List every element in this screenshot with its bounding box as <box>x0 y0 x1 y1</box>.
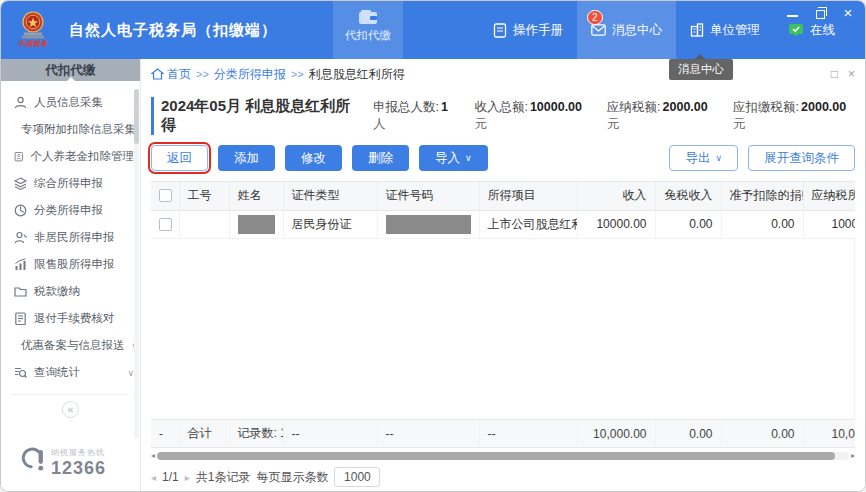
sidebar-item-label: 分类所得申报 <box>34 203 103 218</box>
breadcrumb-home[interactable]: 首页 <box>167 66 191 83</box>
sidebar-item-comprehensive-income[interactable]: 综合所得申报 <box>1 170 140 197</box>
panel-maximize-icon[interactable]: □ <box>831 67 838 81</box>
restore-button[interactable] <box>813 6 827 20</box>
breadcrumb-separator: >> <box>291 68 304 80</box>
col-header-tax-free-income: 免税收入 <box>655 182 721 210</box>
cell-taxable-income: 10000.00 <box>803 210 855 238</box>
per-page-label: 每页显示条数 <box>256 469 328 486</box>
total-records: 共1条记录 <box>196 469 251 486</box>
chevron-down-icon: ∨ <box>465 153 472 163</box>
menu-item-label: 操作手册 <box>513 22 563 39</box>
main-panel: 消息中心 首页 >> 分类所得申报 >> 利息股息红利所得 □ × 2024年0… <box>141 59 865 492</box>
summary-income-total: 10,000.00 <box>577 420 655 448</box>
pagination: ◂ 1/1 ▸ 共1条记录 每页显示条数 <box>151 461 855 492</box>
summary-row: - 合计 记录数: 1 -- -- -- 10,000.00 0.00 0.00… <box>151 419 855 448</box>
window-controls: × <box>785 6 855 20</box>
receipt-icon <box>14 312 27 325</box>
manual-icon <box>493 23 507 38</box>
summary-total-label: 合计 <box>179 420 229 448</box>
data-grid: 工号 姓名 证件类型 证件号码 所得项目 收入 免税收入 准予扣除的捐赠额 应纳… <box>151 181 855 492</box>
tab-daikou-daijiao[interactable]: 代扣代缴 <box>333 1 403 59</box>
add-button[interactable]: 添加 <box>218 145 275 171</box>
chevron-down-icon: ∨ <box>127 368 134 378</box>
wallet-icon <box>358 9 378 25</box>
per-page-input[interactable] <box>334 467 380 487</box>
sidebar-item-label: 综合所得申报 <box>34 176 103 191</box>
import-button[interactable]: 导入∨ <box>419 145 488 171</box>
row-checkbox[interactable] <box>159 218 172 231</box>
sidebar-collapse-button[interactable]: « <box>62 401 79 418</box>
logo-script-text: 中国税务 <box>18 39 48 49</box>
cell-income: 10000.00 <box>577 210 655 238</box>
scroll-right-icon[interactable]: ▸ <box>851 452 855 460</box>
next-page-icon[interactable]: ▸ <box>185 472 190 483</box>
breadcrumb-separator: >> <box>196 68 209 80</box>
scrollbar-thumb[interactable] <box>157 452 835 460</box>
sidebar-item-personnel-info[interactable]: 人员信息采集 <box>1 89 140 116</box>
select-all-checkbox[interactable] <box>159 189 172 202</box>
sidebar-item-classified-income[interactable]: 分类所得申报 <box>1 197 140 224</box>
income-table: 工号 姓名 证件类型 证件号码 所得项目 收入 免税收入 准予扣除的捐赠额 应纳… <box>151 182 855 239</box>
scroll-left-icon[interactable]: ◂ <box>151 452 155 460</box>
message-count-badge: 2 <box>587 10 603 25</box>
col-header-donation-deduction: 准予扣除的捐赠额 <box>721 182 803 210</box>
app-window: 中国税务 自然人电子税务局（扣缴端） 代扣代缴 操作手册 2 <box>0 0 866 492</box>
cell-donation-deduction: 0.00 <box>721 210 803 238</box>
envelope-icon <box>591 24 606 36</box>
export-button[interactable]: 导出∨ <box>669 145 738 171</box>
sidebar-item-query-statistics[interactable]: 查询统计 ∨ <box>1 359 140 386</box>
prev-page-icon[interactable]: ◂ <box>151 472 156 483</box>
menu-item-label: 单位管理 <box>710 22 760 39</box>
sidebar-item-label: 个人养老金扣除管理 <box>31 149 135 164</box>
sidebar-item-label: 专项附加扣除信息采集 <box>21 122 136 137</box>
stat-tax-payable: 应纳税额:2000.00元 <box>607 99 717 133</box>
sidebar-item-label: 退付手续费核对 <box>34 311 115 326</box>
sidebar-item-preferential-filing[interactable]: 优惠备案与信息报送 ∨ <box>1 332 140 359</box>
summary-tax-free-total: 0.00 <box>655 420 721 448</box>
sidebar-item-restricted-stock[interactable]: 限售股所得申报 <box>1 251 140 278</box>
close-button[interactable]: × <box>841 6 855 20</box>
panel-controls: □ × <box>831 67 855 81</box>
stat-withholding-tax: 应扣缴税额:2000.00元 <box>733 99 855 133</box>
sidebar-item-tax-payment[interactable]: 税款缴纳 <box>1 278 140 305</box>
menu-item-message-center[interactable]: 2 消息中心 <box>577 1 676 59</box>
chart-icon <box>14 258 27 271</box>
sidebar-item-label: 税款缴纳 <box>34 284 80 299</box>
sidebar-item-pension-deduction[interactable]: 个人养老金扣除管理 <box>1 143 140 170</box>
col-header-income-item: 所得项目 <box>479 182 577 210</box>
menu-item-manual[interactable]: 操作手册 <box>479 1 577 59</box>
tab-label: 代扣代缴 <box>345 28 391 43</box>
cell-tax-free-income: 0.00 <box>655 210 721 238</box>
masked-id-number-value <box>386 215 471 234</box>
expand-query-button[interactable]: 展开查询条件 <box>748 145 855 171</box>
delete-button[interactable]: 删除 <box>352 145 409 171</box>
col-header-income: 收入 <box>577 182 655 210</box>
breadcrumb-classified-income[interactable]: 分类所得申报 <box>214 66 286 83</box>
sidebar-item-nonresident-income[interactable]: 非居民所得申报 <box>1 224 140 251</box>
modify-button[interactable]: 修改 <box>285 145 342 171</box>
cell-income-item: 上市公司股息红利... <box>479 210 577 238</box>
pension-doc-icon <box>14 150 24 163</box>
table-row[interactable]: 居民身份证 上市公司股息红利... 10000.00 0.00 0.00 100… <box>151 210 855 238</box>
sidebar-header: 代扣代缴 <box>1 59 140 81</box>
sidebar-scrollbar[interactable] <box>134 89 139 439</box>
table-header-row: 工号 姓名 证件类型 证件号码 所得项目 收入 免税收入 准予扣除的捐赠额 应纳… <box>151 182 855 210</box>
cell-id-number <box>377 210 479 238</box>
sidebar-item-refund-fee-check[interactable]: 退付手续费核对 <box>1 305 140 332</box>
panel-close-icon[interactable]: × <box>848 67 855 81</box>
cell-id-type: 居民身份证 <box>283 210 377 238</box>
cell-employee-id <box>179 210 229 238</box>
horizontal-scrollbar[interactable]: ◂ ▸ <box>151 450 855 461</box>
breadcrumb: 首页 >> 分类所得申报 >> 利息股息红利所得 □ × <box>141 59 865 89</box>
building-icon <box>690 23 704 37</box>
back-button[interactable]: 返回 <box>151 145 208 171</box>
tax-bureau-logo: 中国税务 <box>11 11 55 49</box>
sidebar-item-special-deduction[interactable]: 专项附加扣除信息采集 <box>1 116 140 143</box>
col-header-name: 姓名 <box>229 182 283 210</box>
page-indicator: 1/1 <box>162 470 179 484</box>
menu-item-label: 在线 <box>810 22 835 39</box>
stat-total-people: 申报总人数:1人 <box>373 99 458 133</box>
sidebar-item-label: 限售股所得申报 <box>34 257 115 272</box>
minimize-button[interactable] <box>785 6 799 20</box>
menu-item-unit-management[interactable]: 单位管理 <box>676 1 774 59</box>
